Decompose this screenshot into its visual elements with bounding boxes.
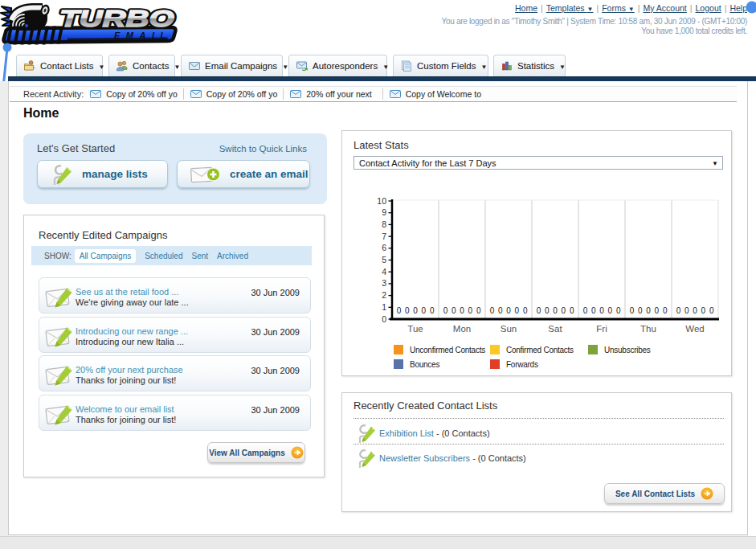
- svg-text:0: 0: [523, 306, 528, 315]
- svg-text:Thu: Thu: [640, 324, 656, 334]
- svg-text:0: 0: [490, 306, 495, 315]
- svg-text:7: 7: [382, 231, 386, 241]
- svg-text:0: 0: [701, 306, 706, 315]
- svg-text:0: 0: [583, 306, 588, 315]
- svg-text:9: 9: [382, 207, 386, 217]
- svg-text:0: 0: [599, 306, 604, 315]
- svg-text:0: 0: [422, 306, 427, 315]
- svg-text:0: 0: [537, 306, 541, 315]
- svg-text:10: 10: [377, 196, 386, 206]
- svg-text:0: 0: [430, 306, 435, 315]
- svg-text:0: 0: [452, 306, 456, 315]
- svg-text:0: 0: [460, 306, 464, 315]
- svg-text:5: 5: [382, 255, 386, 264]
- svg-text:0: 0: [545, 306, 550, 315]
- svg-text:0: 0: [663, 306, 668, 315]
- svg-text:0: 0: [655, 306, 660, 315]
- svg-text:0: 0: [506, 306, 511, 315]
- svg-text:Mon: Mon: [453, 324, 471, 334]
- svg-text:0: 0: [616, 306, 621, 315]
- svg-text:4: 4: [382, 267, 386, 277]
- svg-text:0: 0: [405, 306, 410, 315]
- svg-text:0: 0: [709, 306, 714, 315]
- svg-text:0: 0: [382, 314, 386, 324]
- svg-text:0: 0: [515, 306, 520, 315]
- svg-text:0: 0: [608, 306, 613, 315]
- svg-text:0: 0: [413, 306, 418, 315]
- svg-text:8: 8: [382, 219, 386, 229]
- svg-text:0: 0: [676, 306, 681, 315]
- svg-text:0: 0: [468, 306, 473, 315]
- svg-text:2: 2: [382, 290, 386, 300]
- svg-text:0: 0: [684, 306, 689, 315]
- svg-text:0: 0: [591, 306, 596, 315]
- svg-text:0: 0: [498, 306, 503, 315]
- svg-text:Tue: Tue: [407, 324, 423, 334]
- svg-text:0: 0: [443, 306, 448, 315]
- svg-text:0: 0: [646, 306, 651, 315]
- svg-text:0: 0: [570, 306, 574, 315]
- svg-text:0: 0: [630, 306, 635, 315]
- svg-text:0: 0: [476, 306, 481, 315]
- svg-text:0: 0: [693, 306, 697, 315]
- svg-text:6: 6: [382, 243, 386, 252]
- svg-text:TURBO: TURBO: [59, 5, 174, 32]
- svg-text:0: 0: [553, 306, 558, 315]
- svg-text:0: 0: [397, 306, 402, 315]
- svg-text:1: 1: [382, 302, 386, 312]
- svg-text:0: 0: [638, 306, 643, 315]
- svg-text:0: 0: [562, 306, 566, 315]
- svg-text:Wed: Wed: [685, 324, 704, 334]
- svg-text:3: 3: [382, 278, 386, 288]
- svg-text:Sat: Sat: [548, 324, 562, 334]
- svg-text:Sun: Sun: [501, 324, 517, 334]
- svg-text:Fri: Fri: [596, 324, 607, 334]
